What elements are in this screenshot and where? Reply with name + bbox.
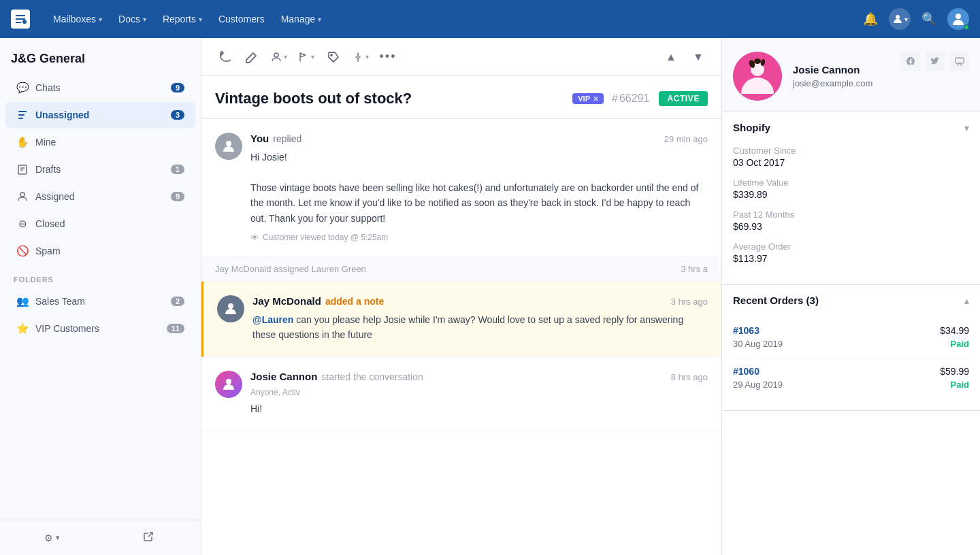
lifetime-value-value: $339.89 [733,189,969,200]
action-chevron: ▾ [365,53,369,61]
vip-remove-button[interactable]: ✕ [593,95,598,103]
unassigned-icon [16,109,29,121]
chat-channel-button[interactable] [950,52,969,71]
sidebar-item-spam[interactable]: 🚫 Spam [5,238,195,264]
sidebar: J&G General 💬 Chats 9 Unassigned 3 ✋ Min… [0,38,201,555]
viewed-indicator: 👁 Customer viewed today @ 5:25am [250,233,708,243]
next-conversation-button[interactable]: ▼ [686,45,710,69]
top-nav: Mailboxes ▾ Docs ▾ Reports ▾ Customers M… [0,0,980,38]
flag-button[interactable]: ▾ [294,49,318,65]
manage-nav[interactable]: Manage ▾ [274,10,329,29]
reports-chevron: ▾ [199,16,202,23]
nav-right: 🔔 ▾ 🔍 [863,8,969,30]
note-message-body: Jay McDonald added a note 3 hrs ago @Lau… [252,295,708,343]
reply-sender: You [250,133,269,144]
conversation-id: #66291 [612,92,651,105]
docs-nav[interactable]: Docs ▾ [112,10,153,29]
order-1063-row2: 30 Aug 2019 Paid [733,339,969,349]
note-text: @Lauren can you please help Josie while … [252,312,708,343]
message-block-started: Josie Cannon started the conversation 8 … [201,357,721,431]
online-indicator [964,24,969,30]
mailboxes-nav[interactable]: Mailboxes ▾ [46,10,109,29]
customers-nav[interactable]: Customers [212,10,272,29]
order-item-1060: #1060 $59.99 29 Aug 2019 Paid [733,359,969,399]
reports-nav[interactable]: Reports ▾ [156,10,209,29]
sidebar-item-chats[interactable]: 💬 Chats 9 [5,75,195,101]
svg-point-11 [228,303,233,309]
more-button[interactable]: ••• [376,45,400,69]
settings-button[interactable]: ⚙ ▾ [5,526,99,550]
svg-point-8 [274,53,278,57]
prev-conversation-button[interactable]: ▲ [659,45,683,69]
settings-icon: ⚙ [44,533,53,543]
search-button[interactable]: 🔍 [921,12,936,27]
facebook-social-button[interactable] [901,52,920,71]
chats-icon: 💬 [16,82,29,94]
conversation-header: Vintage boots out of stock? VIP ✕ #66291… [201,76,721,119]
sales-team-badge: 2 [171,297,184,306]
lifetime-value-stat: Lifetime Value $339.89 [733,178,969,200]
vip-badge: VIP ✕ [572,93,604,104]
action-button[interactable]: ▾ [348,49,373,65]
assign-button[interactable]: ▾ [267,49,291,65]
order-1063-amount: $34.99 [940,325,969,336]
sidebar-item-drafts[interactable]: Drafts 1 [5,156,195,182]
sales-team-icon: 👥 [16,295,29,307]
shopify-title: Shopify [733,122,770,133]
system-msg-time: 3 hrs a [681,264,708,274]
eye-icon: 👁 [250,233,259,243]
note-message-header: Jay McDonald added a note 3 hrs ago [252,295,708,307]
closed-icon: ⊖ [16,218,29,230]
started-time: 8 hrs ago [671,372,708,382]
customer-avatar-large [733,52,782,101]
messages-area[interactable]: You replied 29 min ago Hi Josie! Those v… [201,119,721,555]
app-body: J&G General 💬 Chats 9 Unassigned 3 ✋ Min… [0,38,980,555]
svg-rect-5 [18,118,23,119]
docs-chevron: ▾ [143,16,146,23]
started-sender: Josie Cannon [250,371,317,382]
sidebar-item-sales-team[interactable]: 👥 Sales Team 2 [5,288,195,314]
sidebar-item-assigned[interactable]: Assigned 9 [5,184,195,209]
shopify-section-header[interactable]: Shopify ▾ [722,112,980,143]
svg-point-12 [226,379,231,384]
notifications-button[interactable]: 🔔 [863,12,878,27]
user-avatar[interactable] [947,8,969,30]
drafts-icon [16,163,29,175]
spam-icon: 🚫 [16,245,29,257]
compose-button[interactable] [102,526,196,550]
logo-icon [11,10,30,29]
note-time: 3 hrs ago [671,297,708,307]
edit-button[interactable] [240,45,264,69]
message-block-reply: You replied 29 min ago Hi Josie! Those v… [201,119,721,257]
shopify-collapse-icon: ▾ [964,122,969,133]
order-1060-id[interactable]: #1060 [733,366,760,377]
app-logo[interactable] [11,10,30,29]
toolbar-nav: ▲ ▼ [659,45,710,69]
sidebar-item-vip-customers[interactable]: ⭐ VIP Customers 11 [5,316,195,341]
order-1063-id[interactable]: #1063 [733,325,760,336]
order-1063-date: 30 Aug 2019 [733,339,783,349]
agent-status-button[interactable]: ▾ [889,8,911,30]
agent-avatar [215,133,242,160]
avg-order-stat: Average Order $113.97 [733,241,969,264]
order-1063-status: Paid [951,339,969,349]
assigned-icon [16,190,29,203]
orders-section-body: #1063 $34.99 30 Aug 2019 Paid #1060 $59.… [722,316,980,410]
customer-email: josie@example.com [793,78,890,88]
started-action: started the conversation [321,371,423,382]
order-1060-date: 29 Aug 2019 [733,380,783,390]
sidebar-item-unassigned[interactable]: Unassigned 3 [5,102,195,128]
josie-avatar [215,371,242,398]
undo-button[interactable] [212,45,237,69]
sidebar-item-mine[interactable]: ✋ Mine [5,129,195,155]
assign-chevron: ▾ [284,53,287,61]
note-action: added a note [325,296,384,307]
twitter-social-button[interactable] [926,52,945,71]
sidebar-item-closed[interactable]: ⊖ Closed [5,211,195,237]
orders-section-header[interactable]: Recent Orders (3) ▴ [722,285,980,316]
system-msg-text: Jay McDonald assigned Lauren Green [215,264,366,274]
orders-section: Recent Orders (3) ▴ #1063 $34.99 30 Aug … [722,285,980,411]
tag-button[interactable] [321,45,346,69]
nav-links: Mailboxes ▾ Docs ▾ Reports ▾ Customers M… [46,10,847,29]
compose-icon [143,531,154,544]
